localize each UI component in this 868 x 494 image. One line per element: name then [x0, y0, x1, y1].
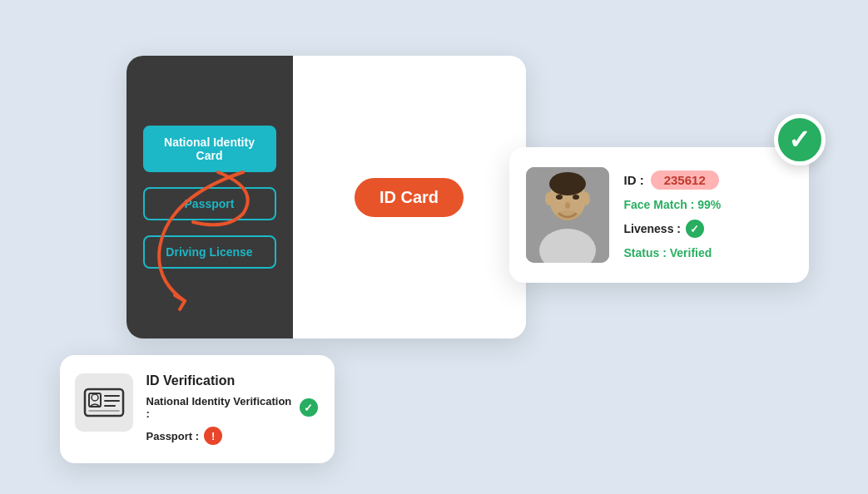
- nid-label: National Identity Verification :: [146, 395, 295, 420]
- person-photo: [526, 167, 609, 263]
- passport-warning-icon: !: [204, 427, 222, 445]
- id-label: ID :: [624, 173, 644, 187]
- svg-point-8: [565, 202, 570, 209]
- liveness-check-icon: ✓: [686, 220, 704, 238]
- liveness-row: Liveness : ✓: [624, 220, 722, 238]
- id-card-badge: ID Card: [355, 178, 464, 217]
- svg-point-5: [582, 192, 590, 205]
- id-card-icon: [83, 386, 125, 419]
- doc-selector-left: National Identity Card Passport Driving …: [126, 56, 293, 338]
- id-verification-info: ID Verification National Identity Verifi…: [146, 373, 318, 445]
- liveness-label: Liveness :: [624, 222, 681, 235]
- id-number-badge: 235612: [651, 170, 719, 190]
- passport-button[interactable]: Passport: [143, 187, 276, 220]
- scene: National Identity Card Passport Driving …: [60, 31, 809, 463]
- svg-point-2: [549, 172, 586, 195]
- big-checkmark-icon: ✓: [774, 114, 826, 165]
- nid-check-icon: ✓: [300, 398, 317, 417]
- svg-point-6: [556, 195, 563, 200]
- national-identity-card-button[interactable]: National Identity Card: [143, 126, 276, 172]
- verification-info: ID : 235612 Face Match : 99% Liveness : …: [624, 167, 722, 263]
- id-number-row: ID : 235612: [624, 170, 722, 190]
- svg-point-7: [573, 195, 579, 200]
- doc-selector-right: ID Card: [293, 56, 526, 338]
- doc-selector-card: National Identity Card Passport Driving …: [126, 56, 526, 338]
- svg-point-4: [545, 192, 553, 205]
- nid-row: National Identity Verification : ✓: [146, 395, 318, 420]
- status-row: Status : Verified: [624, 246, 722, 259]
- passport-label: Passport :: [146, 430, 200, 442]
- face-match-label: Face Match : 99%: [624, 198, 722, 211]
- id-verification-title: ID Verification: [146, 373, 318, 388]
- svg-point-12: [92, 394, 98, 401]
- id-icon-box: [75, 373, 133, 432]
- id-verification-card: ID Verification National Identity Verifi…: [60, 355, 335, 463]
- verification-card: ID : 235612 Face Match : 99% Liveness : …: [509, 147, 809, 283]
- passport-row: Passport : !: [146, 427, 318, 445]
- driving-license-button[interactable]: Driving License: [143, 235, 276, 269]
- svg-point-9: [556, 210, 579, 220]
